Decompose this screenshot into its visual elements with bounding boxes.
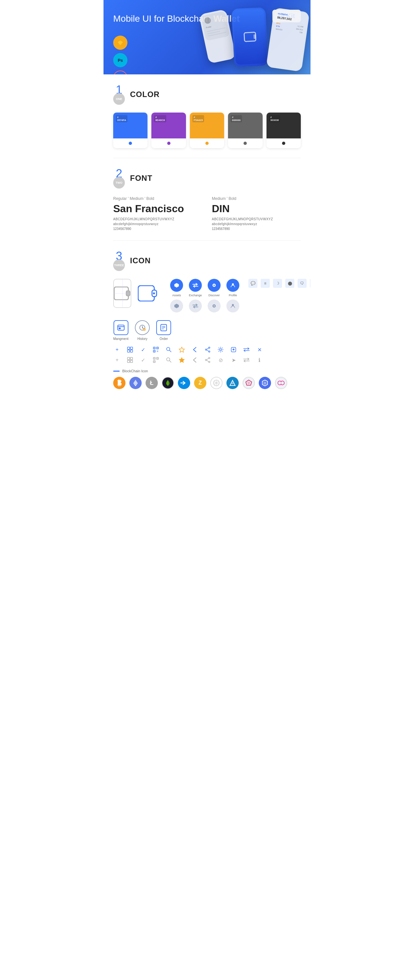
phone-1: Profile bbox=[199, 9, 236, 64]
phone-mockups: Profile myWallet $6,297,502 BTC 12,298 bbox=[188, 6, 310, 71]
font-din: Medium ' Bold DIN ABCDEFGHIJKLMNOPQRSTUV… bbox=[212, 196, 301, 231]
icon-close: ✕ bbox=[256, 346, 263, 353]
svg-point-63 bbox=[205, 360, 207, 361]
icon-speech: 💬 bbox=[248, 279, 258, 288]
app-history: History bbox=[135, 320, 150, 340]
wallet-grid-icon bbox=[113, 279, 131, 308]
svg-rect-38 bbox=[158, 352, 158, 352]
icon-back bbox=[191, 346, 199, 353]
svg-marker-12 bbox=[174, 304, 179, 308]
swatch-blue: #3574FA bbox=[113, 113, 148, 148]
icon-check: ✓ bbox=[139, 346, 147, 353]
icon-blocked-gray: ⊘ bbox=[217, 356, 225, 364]
svg-point-44 bbox=[209, 351, 210, 352]
svg-line-40 bbox=[169, 350, 171, 352]
phone-3: myWallet $6,297,502 BTC 12,298 ETH 564,9… bbox=[266, 8, 310, 72]
icon-circle-fill: ⬤ bbox=[285, 279, 295, 288]
svg-marker-41 bbox=[179, 347, 185, 352]
icon-info: ℹ bbox=[310, 279, 310, 288]
nav-assets-active: Assets bbox=[170, 279, 183, 297]
icon-plus: + bbox=[113, 346, 121, 353]
icon-comment: 🗨 bbox=[298, 279, 307, 288]
nav-assets-inactive bbox=[170, 299, 183, 312]
svg-rect-27 bbox=[127, 350, 130, 352]
app-management: Mangment bbox=[113, 320, 128, 340]
svg-rect-26 bbox=[131, 347, 132, 349]
icon-search bbox=[165, 346, 173, 353]
swatch-dark: #303030 bbox=[266, 113, 301, 148]
icon-qr bbox=[152, 346, 160, 353]
icon-stack: ≡ bbox=[261, 279, 270, 288]
svg-rect-51 bbox=[127, 360, 130, 363]
svg-rect-34 bbox=[154, 351, 154, 352]
icon-info-gray: ℹ bbox=[256, 356, 263, 364]
wallet-blue-icon bbox=[138, 279, 157, 308]
svg-rect-25 bbox=[127, 347, 130, 349]
svg-point-42 bbox=[209, 347, 210, 348]
crypto-icons-row: Ł Z bbox=[113, 377, 301, 389]
svg-point-11 bbox=[232, 283, 234, 285]
icon-star bbox=[178, 346, 186, 353]
svg-marker-77 bbox=[247, 381, 250, 384]
nav-profile-inactive bbox=[226, 299, 239, 312]
svg-rect-18 bbox=[119, 328, 121, 329]
svg-rect-56 bbox=[154, 358, 154, 359]
svg-line-45 bbox=[207, 348, 209, 349]
svg-rect-37 bbox=[157, 352, 158, 352]
svg-line-65 bbox=[207, 358, 209, 360]
crypto-zcash: Z bbox=[194, 377, 206, 389]
icon-top-row: Assets Exchange Discover bbox=[113, 279, 301, 312]
nav-icons-active: Assets Exchange Discover bbox=[170, 279, 239, 312]
crypto-bitcoin bbox=[113, 377, 126, 389]
icon-swap bbox=[243, 346, 250, 353]
crypto-band-1 bbox=[259, 377, 271, 389]
icon-upload bbox=[230, 346, 237, 353]
font-sf: Regular ' Medium ' Bold San Francisco AB… bbox=[113, 196, 202, 231]
font-grid: Regular ' Medium ' Bold San Francisco AB… bbox=[113, 196, 301, 231]
icon-grid-edit-gray bbox=[126, 356, 134, 364]
crypto-band-2 bbox=[275, 377, 287, 389]
svg-rect-17 bbox=[118, 326, 124, 327]
icon-share-gray bbox=[204, 356, 212, 364]
color-section-header: 1 ONE COLOR bbox=[113, 84, 301, 105]
main-content: 1 ONE COLOR #3574FA #8D40C8 #F5A623 bbox=[104, 75, 310, 399]
svg-point-43 bbox=[205, 349, 207, 350]
svg-rect-58 bbox=[154, 361, 154, 362]
svg-rect-36 bbox=[158, 351, 158, 351]
svg-line-46 bbox=[207, 350, 209, 351]
icon-app-row: Mangment History bbox=[113, 320, 301, 340]
svg-rect-52 bbox=[131, 360, 132, 363]
svg-point-64 bbox=[209, 361, 210, 363]
swatch-orange: #F5A623 bbox=[190, 113, 224, 148]
svg-point-14 bbox=[213, 305, 215, 307]
phone-2 bbox=[231, 7, 268, 67]
svg-point-15 bbox=[232, 304, 234, 306]
crypto-ark bbox=[243, 377, 255, 389]
swatch-gray-blue: #8D40C8 bbox=[151, 113, 186, 148]
icon-share bbox=[204, 346, 212, 353]
svg-marker-79 bbox=[263, 381, 266, 385]
icon-search-gray bbox=[165, 356, 173, 364]
svg-point-47 bbox=[220, 348, 221, 351]
crypto-stratis bbox=[226, 377, 239, 389]
svg-rect-33 bbox=[157, 348, 158, 348]
small-icons-inactive: + ✓ ⊘ ➤ ℹ bbox=[113, 356, 301, 364]
icon-back-gray bbox=[191, 356, 199, 364]
nav-discover-inactive bbox=[208, 299, 221, 312]
svg-line-66 bbox=[207, 360, 209, 361]
svg-point-62 bbox=[209, 357, 210, 359]
nav-profile-active: Profile bbox=[226, 279, 239, 297]
blockchain-label: BlockChain Icon bbox=[113, 369, 301, 373]
svg-point-10 bbox=[213, 285, 215, 286]
font-section-header: 2 TWO FONT bbox=[113, 168, 301, 189]
app-order: Order bbox=[156, 320, 171, 340]
ps-badge: Ps bbox=[113, 53, 127, 67]
icon-qr-gray bbox=[152, 356, 160, 364]
icon-grid-edit bbox=[126, 346, 134, 353]
icon-check-gray: ✓ bbox=[139, 356, 147, 364]
icon-star-gray bbox=[178, 356, 186, 364]
nav-exchange-active: Exchange bbox=[189, 279, 202, 297]
svg-rect-49 bbox=[127, 357, 130, 360]
hero-section: Mobile UI for Blockchain Wallet UI Kit P… bbox=[104, 0, 310, 75]
section-num-2: 2 TWO bbox=[113, 168, 125, 189]
